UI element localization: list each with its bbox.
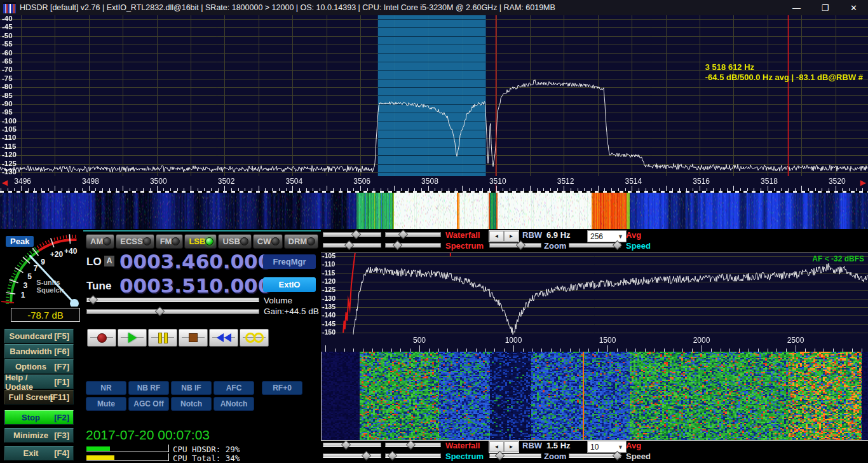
af-speed-slider-thumb[interactable] [613, 451, 623, 461]
lo-vfo-a-button[interactable]: A [104, 256, 114, 266]
s-meter[interactable]: 13579+20+40S-unitsSquelch Peak -78.7 dB [0, 230, 83, 328]
rf-spectrum-slider-2-thumb[interactable] [393, 240, 403, 251]
af-frequency-scale[interactable]: 5001000150020002500 [321, 335, 868, 352]
mode-button-drm[interactable]: DRM [284, 234, 319, 249]
volume-slider-thumb[interactable] [88, 295, 98, 305]
rf-waterfall-slider-1[interactable] [323, 231, 381, 238]
dsp-button-anotch[interactable]: ANotch [214, 397, 254, 411]
rf-waterfall-display[interactable] [0, 191, 868, 232]
cpu-text: CPU Total: 34% [173, 453, 240, 463]
af-waterfall-slider-1[interactable] [323, 441, 381, 448]
rf-db-tick-label: -60 [2, 49, 13, 57]
cpu-meter [86, 453, 169, 461]
rf-spectrum-slider-1[interactable] [323, 242, 381, 249]
minimize-button[interactable]: — [782, 0, 811, 15]
af-waterfall-slider-2-thumb[interactable] [405, 440, 416, 450]
af-zoom-slider-thumb[interactable] [494, 451, 505, 461]
lo-frequency-display[interactable]: 0003.460.000 [119, 252, 271, 271]
peak-badge[interactable]: Peak [6, 236, 34, 247]
gain-slider-thumb[interactable] [154, 307, 165, 317]
af-freq-tick-label: 1000 [505, 336, 522, 345]
af-spectrum-slider-2-thumb[interactable] [388, 451, 398, 461]
rf-frequency-scale[interactable]: 3496349835003502350435063508351035123514… [0, 176, 868, 191]
af-waterfall-slider-1-track[interactable] [323, 443, 381, 447]
af-rbw-down-arrow-icon[interactable]: ◄ [489, 441, 504, 452]
dsp-button-notch[interactable]: Notch [171, 397, 212, 411]
af-waterfall-slider-1-thumb[interactable] [341, 440, 351, 450]
dsp-button-nr[interactable]: NR [86, 381, 126, 395]
svg-text:5: 5 [27, 272, 32, 281]
mode-button-usb[interactable]: USB [218, 234, 251, 249]
af-spectrum-slider-2[interactable] [385, 452, 441, 459]
rf-waterfall-slider-1-thumb[interactable] [351, 230, 362, 240]
mode-button-cw[interactable]: CW [253, 234, 283, 249]
pause-button[interactable] [148, 329, 177, 347]
tune-label: Tune [86, 280, 111, 293]
rf-spectrum-slider-1-thumb[interactable] [344, 240, 355, 251]
rf-waterfall-slider-2[interactable] [385, 231, 441, 238]
rf-zoom-slider[interactable] [489, 242, 541, 249]
gain-slider-track[interactable] [86, 309, 259, 314]
scale-right-arrow-icon[interactable]: ▶ [860, 178, 866, 187]
sidebar-button-stop[interactable]: Stop[F2] [4, 410, 74, 425]
freqmgr-button[interactable]: FreqMgr [263, 254, 316, 269]
rf-spectrum-display[interactable]: -40-45-50-55-60-65-70-75-80-85-90-95-100… [0, 15, 868, 176]
rf-rbw-down-arrow-icon[interactable]: ◄ [489, 231, 504, 242]
rf-db-tick-label: -110 [2, 134, 16, 142]
rf-rbw-spinner[interactable]: ◄► [489, 230, 519, 242]
sidebar-button-exit[interactable]: Exit[F4] [4, 446, 74, 460]
af-waterfall-display[interactable] [321, 352, 868, 441]
scale-left-arrow-icon[interactable]: ◀ [2, 178, 8, 187]
dsp-button-rf+0[interactable]: RF+0 [262, 381, 302, 395]
af-spectrum-slider-1-track[interactable] [323, 453, 381, 458]
dsp-button-afc[interactable]: AFC [214, 381, 254, 395]
af-speed-slider[interactable] [569, 452, 621, 459]
af-spectrum-slider-1-thumb[interactable] [362, 451, 372, 461]
af-spectrum-slider-1[interactable] [323, 452, 381, 459]
sidebar-button-minimize[interactable]: Minimize[F3] [4, 428, 74, 443]
mode-button-ecss[interactable]: ECSS [116, 234, 154, 249]
rf-speed-slider[interactable] [569, 242, 621, 249]
af-spectrum-display[interactable]: -105-110-115-120-125-130-135-140-145-150… [321, 252, 868, 336]
volume-slider-track[interactable] [86, 298, 259, 302]
mode-button-fm[interactable]: FM [156, 234, 184, 249]
sidebar-button-bandwidth[interactable]: Bandwidth[F6] [4, 344, 74, 359]
maximize-button[interactable]: ❐ [811, 0, 839, 15]
rf-zoom-slider-thumb[interactable] [516, 240, 526, 251]
dsp-button-nb-if[interactable]: NB IF [171, 381, 212, 395]
af-rbw-up-arrow-icon[interactable]: ► [504, 441, 519, 452]
rf-waterfall-slider-2-thumb[interactable] [398, 230, 409, 240]
af-waterfall-slider-2[interactable] [385, 441, 441, 448]
volume-slider[interactable] [86, 296, 259, 303]
sidebar-button-full-screen[interactable]: Full Screen[F11] [4, 390, 74, 404]
rf-rbw-up-arrow-icon[interactable]: ► [504, 231, 519, 242]
af-zoom-slider[interactable] [489, 452, 541, 459]
mode-label: LSB [189, 237, 205, 246]
loop-button[interactable] [240, 329, 269, 347]
sidebar-button-help-update[interactable]: Help / Update[F1] [4, 375, 74, 389]
rf-freq-tick-label: 3502 [218, 177, 235, 186]
tune-frequency-display[interactable]: 0003.510.000 [119, 276, 271, 295]
rf-waterfall-slider-2-track[interactable] [385, 232, 441, 237]
rewind-button[interactable] [209, 329, 238, 347]
af-avg-select[interactable]: 10▼ [587, 441, 627, 453]
stop-button[interactable] [179, 329, 208, 347]
rf-db-tick-label: -75 [2, 74, 13, 82]
dsp-button-nb-rf[interactable]: NB RF [128, 381, 169, 395]
play-button[interactable] [118, 329, 147, 347]
gain-slider[interactable] [86, 308, 259, 315]
mode-button-am[interactable]: AM [86, 234, 114, 249]
mode-button-lsb[interactable]: LSB [184, 234, 217, 249]
sidebar-button-soundcard[interactable]: Soundcard[F5] [4, 329, 74, 343]
record-button[interactable] [87, 329, 116, 347]
rf-spectrum-slider-2[interactable] [385, 242, 441, 249]
af-rbw-spinner[interactable]: ◄► [489, 441, 519, 453]
dsp-button-agc-off[interactable]: AGC Off [128, 397, 169, 411]
dsp-button-mute[interactable]: Mute [86, 397, 126, 411]
rf-speed-slider-thumb[interactable] [613, 240, 623, 251]
extio-button[interactable]: ExtIO [263, 277, 316, 292]
cursor-level: -64.5 dB/500.0 Hz avg | -83.1 dB@RBW # [705, 73, 863, 83]
rf-avg-select[interactable]: 256▼ [587, 230, 627, 242]
close-button[interactable]: ✕ [839, 0, 868, 15]
af-level-indicator: AF < -32 dBFS [812, 254, 864, 263]
